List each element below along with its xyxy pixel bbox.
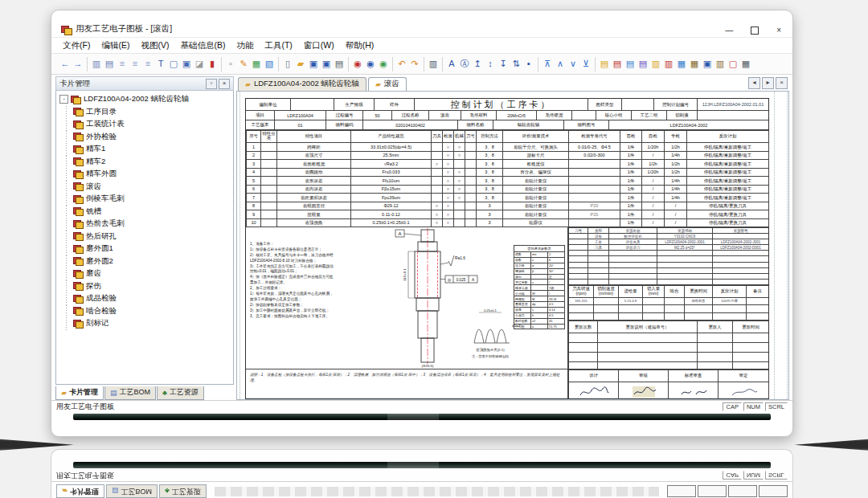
resource-row bbox=[569, 251, 769, 256]
copy-icon[interactable]: ▣ bbox=[701, 57, 714, 71]
menu-item-6[interactable]: 窗口(W) bbox=[304, 40, 334, 51]
text-tool-icon[interactable]: T bbox=[154, 57, 167, 71]
menu-item-0[interactable]: 文件(F) bbox=[63, 40, 90, 51]
undo-icon[interactable]: ↶ bbox=[395, 57, 408, 71]
menu-item-3[interactable]: 基础信息(B) bbox=[180, 40, 225, 51]
cell-frame-icon[interactable]: ▢ bbox=[167, 57, 180, 71]
tree-item-4[interactable]: 精车2 bbox=[59, 156, 233, 169]
tree-item-10[interactable]: 热后研孔 bbox=[59, 231, 233, 243]
sidebar-tab-工艺BOM[interactable]: ▤工艺BOM bbox=[104, 386, 156, 400]
copy-format-icon[interactable]: ▥ bbox=[90, 57, 103, 71]
tree-item-6[interactable]: 滚齿 bbox=[59, 181, 233, 194]
col-delete-icon[interactable]: ▥ bbox=[662, 57, 675, 71]
redo-icon[interactable]: ↷ bbox=[408, 57, 421, 71]
forward-arrow-icon[interactable]: → bbox=[72, 57, 84, 71]
resource-row bbox=[569, 267, 769, 273]
cutting-column-header: 进给量 bbox=[619, 285, 643, 297]
move-down-icon[interactable]: ∨ bbox=[567, 57, 579, 71]
minimize-button[interactable]: — bbox=[725, 26, 733, 35]
maximize-button[interactable] bbox=[751, 27, 759, 35]
tree-item-8[interactable]: 铣槽 bbox=[59, 206, 233, 218]
split-cells-icon[interactable]: ▦ bbox=[688, 57, 701, 71]
align-right-icon[interactable]: ≡ bbox=[141, 57, 154, 71]
zoom-fit-icon[interactable]: ◉ bbox=[377, 57, 390, 71]
zoom-in-icon[interactable]: ◉ bbox=[351, 57, 364, 71]
delete-cell-icon[interactable]: ▮ bbox=[206, 57, 219, 71]
tree-item-3[interactable]: 精车1 bbox=[59, 143, 233, 156]
doc-tab[interactable]: ▰滚齿 bbox=[368, 77, 407, 91]
tree-expander-icon[interactable]: - bbox=[59, 95, 68, 104]
image-export-icon[interactable]: ▧ bbox=[263, 57, 276, 71]
process-name-label: 过程名称 bbox=[392, 111, 429, 120]
align-v-bottom-icon[interactable]: ↧ bbox=[497, 57, 510, 71]
paste-format-icon[interactable]: ▤ bbox=[103, 57, 116, 71]
doc-tab[interactable]: ▰LDFZ100A04-2002 蜗轮齿轮轴 bbox=[238, 77, 366, 91]
align-v-middle-icon[interactable]: ↕ bbox=[484, 57, 497, 71]
tree-item-12[interactable]: 磨外圆2 bbox=[59, 255, 233, 268]
row-add-icon[interactable]: ▤ bbox=[598, 57, 611, 71]
page-delete-icon[interactable]: ▢ bbox=[727, 57, 739, 71]
tree-item-5[interactable]: 精车外圆 bbox=[59, 168, 233, 181]
move-bottom-icon[interactable]: ⊻ bbox=[579, 57, 592, 71]
save-all-icon[interactable]: ▣ bbox=[320, 57, 333, 71]
paste-icon[interactable]: ▥ bbox=[714, 57, 727, 71]
tree-item-15[interactable]: 成品检验 bbox=[59, 292, 233, 305]
pencil-icon[interactable]: ✎ bbox=[237, 57, 250, 71]
tree-item-9[interactable]: 热前去毛刺 bbox=[59, 218, 233, 231]
cell-shade-icon[interactable]: ▣ bbox=[180, 57, 193, 71]
tree-item-13[interactable]: 磨齿 bbox=[59, 267, 233, 280]
print-icon[interactable]: ▤ bbox=[333, 57, 346, 71]
sidebar-tab-卡片管理[interactable]: ▰卡片管理 bbox=[55, 386, 104, 400]
col-add-icon[interactable]: ▥ bbox=[649, 57, 662, 71]
table-cell: / bbox=[642, 151, 665, 160]
move-up-icon[interactable]: ∧ bbox=[554, 57, 567, 71]
save-icon[interactable]: ▣ bbox=[307, 57, 320, 71]
char-circle-icon[interactable]: Ⓐ bbox=[458, 57, 471, 71]
tab-scroll-left-button[interactable]: ◂ bbox=[748, 77, 760, 89]
row-down-icon[interactable]: ▤ bbox=[637, 57, 649, 71]
tab-close-button[interactable]: × bbox=[776, 77, 788, 89]
sign-design-label: 设计 bbox=[569, 370, 619, 382]
tree-item-1[interactable]: 工装统计表 bbox=[59, 118, 233, 131]
merge-cells-icon[interactable]: ▦ bbox=[675, 57, 688, 71]
note-line: 3、完工要求：按图样自检合格后转入下道工序。 bbox=[250, 314, 383, 320]
align-left-icon[interactable]: ≡ bbox=[116, 57, 129, 71]
tab-scroll-right-button[interactable]: ▸ bbox=[762, 77, 774, 89]
tree-item-17[interactable]: 刻标记 bbox=[59, 317, 233, 330]
image-insert-icon[interactable]: ▦ bbox=[250, 57, 263, 71]
tree-root[interactable]: -LDFZ100A04-2002 蜗轮齿轮轴 bbox=[59, 93, 233, 106]
new-file-icon[interactable]: ▯ bbox=[281, 57, 294, 71]
tree-item-label: 工序目录 bbox=[86, 107, 117, 117]
preview-icon[interactable]: ▥ bbox=[427, 57, 440, 71]
comment-icon[interactable]: ▪ bbox=[522, 57, 535, 71]
tree-item-7[interactable]: 倒棱车毛刺 bbox=[59, 193, 233, 206]
back-arrow-icon[interactable]: ← bbox=[59, 57, 72, 71]
tree-item-14[interactable]: 探伤 bbox=[59, 280, 233, 293]
card-edit-icon[interactable]: ▦ bbox=[739, 57, 752, 71]
align-v-top-icon[interactable]: ↥ bbox=[471, 57, 484, 71]
font-icon[interactable]: A bbox=[445, 57, 458, 71]
tree-item-11[interactable]: 磨外圆1 bbox=[59, 243, 233, 255]
tree-item-2[interactable]: 外协检验 bbox=[59, 131, 233, 144]
row-up-icon[interactable]: ▤ bbox=[624, 57, 637, 71]
menu-item-7[interactable]: 帮助(H) bbox=[346, 40, 375, 51]
menu-item-2[interactable]: 视图(V) bbox=[141, 40, 169, 51]
row-delete-icon[interactable]: ▤ bbox=[611, 57, 624, 71]
mirror-icon[interactable]: ⇅ bbox=[510, 57, 522, 71]
open-file-icon[interactable]: ▰ bbox=[294, 57, 307, 71]
change-column-header: 更改时间 bbox=[733, 321, 769, 333]
align-center-icon[interactable]: ≡ bbox=[129, 57, 141, 71]
zoom-out-icon[interactable]: ◉ bbox=[364, 57, 377, 71]
menu-item-4[interactable]: 功能 bbox=[236, 40, 253, 51]
region-select-icon[interactable]: ▫ bbox=[224, 57, 237, 71]
close-icon[interactable]: × bbox=[219, 79, 230, 89]
tree-item-0[interactable]: 工序目录 bbox=[59, 106, 233, 119]
menu-item-1[interactable]: 编辑(E) bbox=[101, 40, 129, 51]
eraser-icon[interactable]: ◪ bbox=[193, 57, 206, 71]
move-top-icon[interactable]: ⊼ bbox=[541, 57, 554, 71]
close-button[interactable]: × bbox=[776, 26, 781, 35]
menu-item-5[interactable]: 工具(T) bbox=[264, 40, 292, 51]
tree-item-16[interactable]: 啮合检验 bbox=[59, 305, 233, 318]
pin-icon[interactable]: ▫ bbox=[206, 79, 217, 89]
sidebar-tab-工艺资源[interactable]: ♣工艺资源 bbox=[157, 386, 204, 400]
